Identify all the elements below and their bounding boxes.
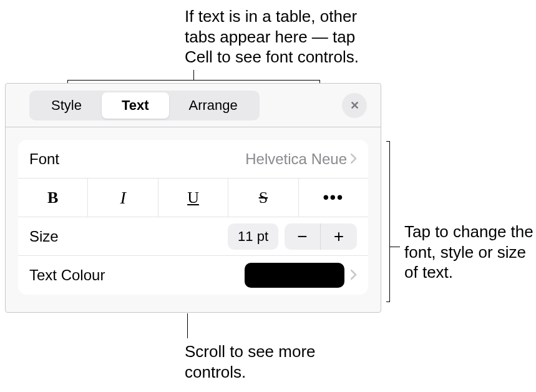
size-increase-button[interactable]: + xyxy=(321,223,357,250)
underline-button[interactable]: U xyxy=(158,179,228,217)
callout-right: Tap to change the font, style or size of… xyxy=(404,222,535,283)
bold-button[interactable]: B xyxy=(18,179,88,217)
font-value: Helvetica Neue xyxy=(245,150,347,168)
tab-text[interactable]: Text xyxy=(102,92,169,119)
text-controls-card: Font Helvetica Neue B I U S ••• Size 11 … xyxy=(18,140,368,295)
callout-bottom: Scroll to see more controls. xyxy=(185,341,341,382)
size-stepper: − + xyxy=(285,223,357,250)
size-decrease-button[interactable]: − xyxy=(285,223,321,250)
size-label: Size xyxy=(29,228,228,245)
strikethrough-button[interactable]: S xyxy=(228,179,298,217)
panel-body: Font Helvetica Neue B I U S ••• Size 11 … xyxy=(6,127,381,307)
close-button[interactable]: ✕ xyxy=(342,93,367,118)
text-colour-label: Text Colour xyxy=(29,267,245,284)
callout-line-right xyxy=(390,247,400,247)
callout-line xyxy=(193,70,194,81)
format-row: B I U S ••• xyxy=(18,179,368,217)
format-panel: Style Text Arrange ✕ Font Helvetica Neue… xyxy=(5,83,381,313)
size-value[interactable]: 11 pt xyxy=(228,223,278,250)
more-button[interactable]: ••• xyxy=(299,179,368,217)
size-row: Size 11 pt − + xyxy=(18,217,368,256)
chevron-right-icon xyxy=(351,151,357,167)
callout-line-bottom xyxy=(187,313,188,338)
text-colour-swatch[interactable] xyxy=(245,263,344,288)
callout-bracket-right xyxy=(386,141,390,302)
tab-arrange[interactable]: Arrange xyxy=(169,92,258,119)
callout-top: If text is in a table, other tabs appear… xyxy=(185,6,384,67)
font-row[interactable]: Font Helvetica Neue xyxy=(18,140,368,179)
close-icon: ✕ xyxy=(350,99,359,112)
panel-header: Style Text Arrange ✕ xyxy=(6,84,381,127)
font-label: Font xyxy=(29,150,245,168)
tab-style[interactable]: Style xyxy=(31,92,102,119)
text-colour-row[interactable]: Text Colour xyxy=(18,256,368,295)
italic-button[interactable]: I xyxy=(88,179,158,217)
size-controls: 11 pt − + xyxy=(228,223,357,250)
chevron-right-icon xyxy=(351,267,357,283)
tab-segmented-control: Style Text Arrange xyxy=(29,91,260,120)
